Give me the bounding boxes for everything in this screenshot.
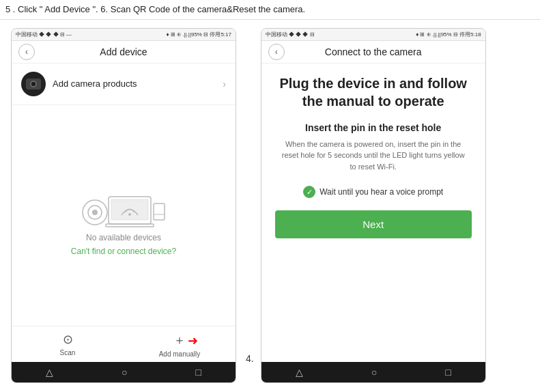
insert-pin-desc: When the camera is powered on, insert th… — [275, 139, 472, 173]
right-phone: 中国移动 ◆ ◆ ◆ ⊟ ♦ ⊞ ⊕ .||.||95% ⊟ 停用5:18 ‹ … — [261, 28, 486, 383]
camera-icon-inner — [26, 79, 41, 89]
top-instruction: 5 . Click " Add Device ". 6. Scan QR Cod… — [0, 0, 540, 20]
camera-lens — [30, 81, 37, 87]
right-phone-content: Plug the device in and follow the manual… — [261, 64, 485, 362]
step-number: 4. — [246, 353, 254, 364]
right-nav-triangle-icon: △ — [296, 367, 303, 378]
red-arrow-icon: ➜ — [188, 333, 198, 348]
camera-icon — [21, 72, 46, 96]
cant-find-link[interactable]: Can't find or connect device? — [71, 247, 176, 256]
right-status-bar: 中国移动 ◆ ◆ ◆ ⊟ ♦ ⊞ ⊕ .||.||95% ⊟ 停用5:18 — [261, 29, 485, 41]
step-label: 4. — [243, 20, 254, 391]
plug-title: Plug the device in and follow the manual… — [275, 74, 472, 110]
right-back-button[interactable]: ‹ — [268, 44, 285, 60]
insert-pin-title: Insert the pin in the reset hole — [305, 122, 441, 133]
left-back-button[interactable]: ‹ — [18, 44, 35, 60]
chevron-right-icon: › — [223, 79, 226, 89]
left-nav-bar: ‹ Add device — [12, 41, 236, 64]
left-nav-square-icon: □ — [196, 367, 201, 378]
left-phone-content: Add camera products › — [12, 64, 236, 362]
left-status-left: 中国移动 ◆ ◆ ◆ ⊟ — — [16, 31, 72, 38]
right-nav-title: Connect to the camera — [325, 46, 422, 57]
svg-point-2 — [92, 210, 98, 215]
left-back-icon: ‹ — [25, 47, 28, 57]
left-nav-triangle-icon: △ — [46, 367, 53, 378]
scan-label: Scan — [60, 349, 76, 356]
right-status-left: 中国移动 ◆ ◆ ◆ ⊟ — [266, 31, 315, 38]
left-status-bar: 中国移动 ◆ ◆ ◆ ⊟ — ♦ ⊞ ⊕ .||.||95% ⊟ 停用5:17 — [12, 29, 236, 41]
left-status-right: ♦ ⊞ ⊕ .||.||95% ⊟ 停用5:17 — [166, 31, 231, 38]
voice-prompt-text: Wait until you hear a voice prompt — [319, 187, 443, 197]
bottom-action-bar: ⊙ Scan ＋ ➜ Add manually — [12, 326, 236, 362]
add-manually-label: Add manually — [159, 350, 201, 358]
no-devices-text: No available devices — [86, 233, 161, 242]
add-camera-row[interactable]: Add camera products › — [12, 64, 236, 105]
left-phone: 中国移动 ◆ ◆ ◆ ⊟ — ♦ ⊞ ⊕ .||.||95% ⊟ 停用5:17 … — [11, 28, 236, 383]
add-camera-text: Add camera products — [53, 79, 223, 89]
right-nav-square-icon: □ — [445, 367, 451, 378]
svg-rect-6 — [106, 224, 154, 227]
right-phone-nav-bottom: △ ○ □ — [261, 362, 485, 382]
scan-button[interactable]: ⊙ Scan — [12, 332, 124, 358]
next-button[interactable]: Next — [275, 210, 472, 238]
instruction-text: 5 . Click " Add Device ". 6. Scan QR Cod… — [5, 4, 305, 14]
add-icon: ＋ — [173, 332, 186, 348]
add-manually-container: ＋ ➜ — [173, 332, 186, 348]
add-manually-button[interactable]: ＋ ➜ Add manually — [124, 332, 236, 358]
svg-point-5 — [128, 213, 131, 216]
voice-prompt-row: ✓ Wait until you hear a voice prompt — [303, 186, 443, 198]
right-nav-circle-icon: ○ — [371, 367, 377, 378]
right-status-right: ♦ ⊞ ⊕ .||.||95% ⊟ 停用5:18 — [416, 31, 481, 38]
left-phone-nav-bottom: △ ○ □ — [12, 362, 236, 382]
check-circle-icon: ✓ — [303, 186, 315, 198]
device-illustration — [76, 175, 171, 233]
no-devices-area: No available devices Can't find or conne… — [12, 105, 236, 326]
left-nav-circle-icon: ○ — [122, 367, 127, 378]
right-nav-bar: ‹ Connect to the camera — [261, 41, 485, 64]
svg-rect-7 — [154, 204, 165, 220]
scan-icon: ⊙ — [63, 332, 73, 347]
check-icon: ✓ — [307, 188, 313, 197]
right-back-icon: ‹ — [275, 47, 278, 57]
left-nav-title: Add device — [100, 46, 147, 57]
